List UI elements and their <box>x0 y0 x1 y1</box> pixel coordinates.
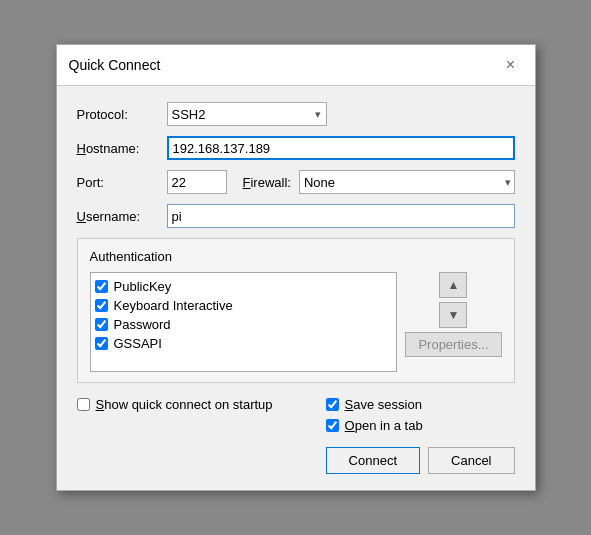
dialog-title: Quick Connect <box>69 57 161 73</box>
auth-inner: PublicKey Keyboard Interactive Password … <box>90 272 502 372</box>
protocol-row: Protocol: SSH2 SSH1 Telnet Rlogin <box>77 102 515 126</box>
save-session-label: Save session <box>345 397 422 412</box>
open-in-tab-checkbox[interactable] <box>326 419 339 432</box>
auth-label-password: Password <box>114 317 171 332</box>
right-options: Save session Open in a tab Connect Cance… <box>326 397 515 474</box>
connect-button[interactable]: Connect <box>326 447 420 474</box>
port-firewall-row: Port: Firewall: None SOCKS4 SOCKS5 HTTP <box>77 170 515 194</box>
auth-controls: ▲ ▼ Properties... <box>405 272 501 372</box>
open-in-tab-label: Open in a tab <box>345 418 423 433</box>
firewall-label: Firewall: <box>243 175 291 190</box>
hostname-row: Hostname: <box>77 136 515 160</box>
auth-checkbox-publickey[interactable] <box>95 280 108 293</box>
quick-connect-dialog: Quick Connect × Protocol: SSH2 SSH1 Teln… <box>56 44 536 491</box>
port-input[interactable] <box>167 170 227 194</box>
auth-label-publickey: PublicKey <box>114 279 172 294</box>
firewall-group: Firewall: None SOCKS4 SOCKS5 HTTP <box>243 170 515 194</box>
auth-checkbox-password[interactable] <box>95 318 108 331</box>
firewall-select[interactable]: None SOCKS4 SOCKS5 HTTP <box>299 170 515 194</box>
left-options: Show quick connect on startup <box>77 397 273 412</box>
auth-label-gssapi: GSSAPI <box>114 336 162 351</box>
username-input[interactable] <box>167 204 515 228</box>
close-button[interactable]: × <box>499 53 523 77</box>
protocol-select-wrapper[interactable]: SSH2 SSH1 Telnet Rlogin <box>167 102 327 126</box>
auth-item-publickey[interactable]: PublicKey <box>95 277 393 296</box>
port-label: Port: <box>77 175 167 190</box>
move-up-button[interactable]: ▲ <box>439 272 467 298</box>
hostname-label: Hostname: <box>77 141 167 156</box>
protocol-label: Protocol: <box>77 107 167 122</box>
save-session-checkbox[interactable] <box>326 398 339 411</box>
save-session-option[interactable]: Save session <box>326 397 422 412</box>
username-row: Username: <box>77 204 515 228</box>
protocol-select[interactable]: SSH2 SSH1 Telnet Rlogin <box>167 102 327 126</box>
hostname-input[interactable] <box>167 136 515 160</box>
auth-group-label: Authentication <box>90 249 502 264</box>
properties-button[interactable]: Properties... <box>405 332 501 357</box>
show-quick-connect-checkbox[interactable] <box>77 398 90 411</box>
auth-checkbox-gssapi[interactable] <box>95 337 108 350</box>
auth-item-password[interactable]: Password <box>95 315 393 334</box>
auth-checkbox-keyboard[interactable] <box>95 299 108 312</box>
username-label: Username: <box>77 209 167 224</box>
show-quick-connect-option[interactable]: Show quick connect on startup <box>77 397 273 412</box>
open-in-tab-option[interactable]: Open in a tab <box>326 418 423 433</box>
action-buttons: Connect Cancel <box>326 447 515 474</box>
dialog-body: Protocol: SSH2 SSH1 Telnet Rlogin Hostna… <box>57 86 535 490</box>
auth-item-gssapi[interactable]: GSSAPI <box>95 334 393 353</box>
move-down-button[interactable]: ▼ <box>439 302 467 328</box>
bottom-options-row: Show quick connect on startup Save sessi… <box>77 397 515 474</box>
firewall-select-wrapper[interactable]: None SOCKS4 SOCKS5 HTTP <box>299 170 515 194</box>
auth-item-keyboard[interactable]: Keyboard Interactive <box>95 296 393 315</box>
title-bar: Quick Connect × <box>57 45 535 86</box>
show-quick-connect-label: Show quick connect on startup <box>96 397 273 412</box>
auth-label-keyboard: Keyboard Interactive <box>114 298 233 313</box>
authentication-group: Authentication PublicKey Keyboard Intera… <box>77 238 515 383</box>
auth-list: PublicKey Keyboard Interactive Password … <box>90 272 398 372</box>
cancel-button[interactable]: Cancel <box>428 447 514 474</box>
